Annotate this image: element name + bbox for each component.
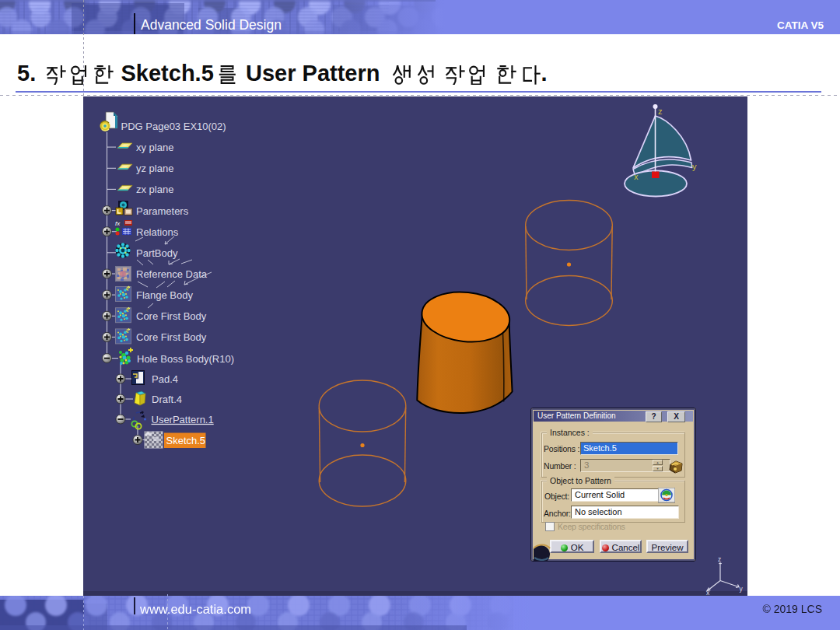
svg-text:PDG Page03 EX10(02): PDG Page03 EX10(02): [121, 121, 226, 132]
svg-text:yz plane: yz plane: [136, 163, 173, 174]
svg-text:Flange Body: Flange Body: [136, 289, 193, 301]
svg-text:Relations: Relations: [136, 226, 179, 238]
svg-text:Core First Body: Core First Body: [136, 331, 207, 343]
svg-text:Sketch.5: Sketch.5: [166, 435, 206, 446]
svg-text:z: z: [658, 107, 663, 116]
svg-text:Parameters: Parameters: [136, 205, 189, 217]
svg-text:xy plane: xy plane: [136, 142, 173, 153]
svg-text:PartBody: PartBody: [136, 247, 178, 259]
svg-text:Core First Body: Core First Body: [136, 310, 207, 322]
svg-text:z: z: [718, 555, 721, 563]
svg-text:Hole Boss Body(R10): Hole Boss Body(R10): [137, 353, 234, 365]
svg-text:Pad.4: Pad.4: [152, 373, 178, 385]
svg-text:y: y: [692, 162, 697, 171]
svg-text:© 2019 LCS: © 2019 LCS: [763, 603, 822, 615]
svg-text:fx: fx: [115, 220, 121, 227]
svg-text:www.edu-catia.com: www.edu-catia.com: [139, 602, 251, 616]
svg-text:zx plane: zx plane: [136, 184, 173, 195]
svg-text:x: x: [634, 172, 639, 181]
svg-text:Draft.4: Draft.4: [152, 394, 182, 405]
svg-text:Reference Data: Reference Data: [136, 268, 208, 280]
svg-text:UserPattern.1: UserPattern.1: [152, 414, 214, 425]
